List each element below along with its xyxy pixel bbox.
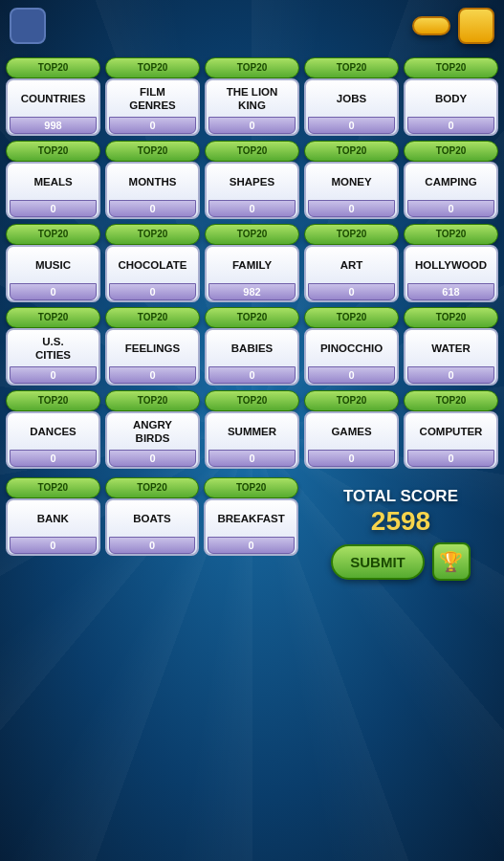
card-score: 0: [109, 200, 196, 217]
card-label: FEELINGS: [125, 336, 181, 363]
card-label: FILMGENRES: [129, 86, 176, 113]
top20-badge: TOP20: [304, 57, 399, 78]
top20-badge: TOP20: [6, 390, 100, 411]
card-body: COMPUTER 0: [404, 411, 498, 469]
cell-4-2[interactable]: TOP20 SUMMER 0: [205, 390, 299, 469]
card-score: 0: [208, 200, 296, 217]
trophy-icon: 🏆: [439, 550, 463, 573]
card-score: 0: [208, 537, 295, 554]
cell-2-2[interactable]: TOP20 FAMILY 982: [205, 224, 299, 302]
cell-0-4[interactable]: TOP20 BODY 0: [404, 57, 498, 136]
grid-row-1: TOP20 MEALS 0 TOP20 MONTHS 0 TOP20 SHAPE…: [6, 141, 498, 219]
card-body: HOLLYWOOD 618: [404, 245, 498, 302]
sound-button[interactable]: [458, 8, 494, 44]
submit-row: SUBMIT 🏆: [331, 542, 471, 581]
grid-row-0: TOP20 COUNTRIES 998 TOP20 FILMGENRES 0 T…: [6, 57, 498, 136]
cell-0-2[interactable]: TOP20 THE LIONKING 0: [205, 57, 299, 136]
card-label: ANGRYBIRDS: [133, 419, 172, 446]
cell-1-3[interactable]: TOP20 MONEY 0: [304, 141, 399, 219]
cell-2-0[interactable]: TOP20 MUSIC 0: [6, 224, 100, 302]
top20-badge: TOP20: [404, 390, 498, 411]
card-body: BANK 0: [6, 498, 100, 556]
top20-badge: TOP20: [105, 57, 200, 78]
card-score: 0: [208, 117, 296, 134]
cell-1-2[interactable]: TOP20 SHAPES 0: [205, 141, 299, 219]
cell-last-1[interactable]: TOP20 BOATS 0: [105, 477, 200, 556]
card-score: 0: [109, 450, 196, 467]
cell-3-1[interactable]: TOP20 FEELINGS 0: [105, 307, 200, 386]
cell-0-1[interactable]: TOP20 FILMGENRES 0: [105, 57, 200, 136]
top20-badge: TOP20: [6, 307, 100, 328]
card-label: WATER: [431, 336, 471, 363]
card-body: COUNTRIES 998: [6, 78, 100, 136]
card-body: FEELINGS 0: [105, 328, 200, 386]
card-score: 0: [10, 537, 97, 554]
card-label: ART: [340, 253, 363, 279]
top20-badge: TOP20: [204, 477, 298, 498]
card-label: MUSIC: [35, 253, 71, 279]
facebook-button[interactable]: [10, 8, 46, 44]
more-games-button[interactable]: [412, 16, 450, 35]
cell-3-4[interactable]: TOP20 WATER 0: [404, 307, 498, 386]
card-body: FAMILY 982: [205, 245, 299, 302]
card-score: 0: [407, 117, 494, 134]
card-score: 0: [208, 450, 296, 467]
cell-4-1[interactable]: TOP20 ANGRYBIRDS 0: [105, 390, 200, 469]
card-score: 0: [109, 366, 196, 384]
cell-1-1[interactable]: TOP20 MONTHS 0: [105, 141, 200, 219]
card-body: THE LIONKING 0: [205, 78, 299, 136]
grid-row-2: TOP20 MUSIC 0 TOP20 CHOCOLATE 0 TOP20 FA…: [6, 224, 498, 302]
card-score: 998: [10, 117, 97, 134]
card-body: MONEY 0: [304, 162, 399, 219]
card-score: 0: [109, 283, 196, 300]
card-label: COUNTRIES: [21, 86, 86, 113]
card-score: 0: [109, 117, 196, 134]
grid-row-last: TOP20 BANK 0 TOP20 BOATS 0 TOP20 BREAKFA…: [6, 477, 298, 556]
cell-3-0[interactable]: TOP20 U.S.CITIES 0: [6, 307, 100, 386]
card-body: WATER 0: [404, 328, 498, 386]
cell-2-3[interactable]: TOP20 ART 0: [304, 224, 399, 302]
card-body: ART 0: [304, 245, 399, 302]
top-bar: [0, 0, 504, 48]
top20-badge: TOP20: [404, 57, 498, 78]
cell-last-0[interactable]: TOP20 BANK 0: [6, 477, 100, 556]
cell-2-4[interactable]: TOP20 HOLLYWOOD 618: [404, 224, 498, 302]
top20-badge: TOP20: [205, 141, 299, 162]
card-body: BREAKFAST 0: [204, 498, 298, 556]
card-body: CAMPING 0: [404, 162, 498, 219]
bottom-section: TOP20 BANK 0 TOP20 BOATS 0 TOP20 BREAKFA…: [0, 474, 504, 581]
cell-4-4[interactable]: TOP20 COMPUTER 0: [404, 390, 498, 469]
cell-3-3[interactable]: TOP20 PINOCCHIO 0: [304, 307, 399, 386]
cell-4-3[interactable]: TOP20 GAMES 0: [304, 390, 399, 469]
top20-badge: TOP20: [304, 141, 399, 162]
card-score: 0: [308, 366, 395, 384]
card-label: JOBS: [337, 86, 366, 113]
card-body: FILMGENRES 0: [105, 78, 200, 136]
bottom-left: TOP20 BANK 0 TOP20 BOATS 0 TOP20 BREAKFA…: [6, 477, 298, 581]
card-score: 0: [10, 283, 97, 300]
card-score: 0: [407, 200, 494, 217]
submit-button[interactable]: SUBMIT: [331, 544, 425, 580]
card-label: BABIES: [231, 336, 273, 363]
top20-badge: TOP20: [404, 307, 498, 328]
card-label: COMPUTER: [420, 419, 483, 446]
trophy-button[interactable]: 🏆: [432, 542, 471, 581]
card-label: U.S.CITIES: [35, 336, 71, 363]
cell-4-0[interactable]: TOP20 DANCES 0: [6, 390, 100, 469]
cell-1-0[interactable]: TOP20 MEALS 0: [6, 141, 100, 219]
cell-1-4[interactable]: TOP20 CAMPING 0: [404, 141, 498, 219]
card-body: CHOCOLATE 0: [105, 245, 200, 302]
puzzle-grid: TOP20 COUNTRIES 998 TOP20 FILMGENRES 0 T…: [0, 57, 504, 469]
cell-3-2[interactable]: TOP20 BABIES 0: [205, 307, 299, 386]
cell-0-0[interactable]: TOP20 COUNTRIES 998: [6, 57, 100, 136]
cell-2-1[interactable]: TOP20 CHOCOLATE 0: [105, 224, 200, 302]
card-score: 0: [208, 366, 296, 384]
card-body: DANCES 0: [6, 411, 100, 469]
card-body: MUSIC 0: [6, 245, 100, 302]
top20-badge: TOP20: [304, 307, 399, 328]
cell-last-2[interactable]: TOP20 BREAKFAST 0: [204, 477, 298, 556]
top20-badge: TOP20: [205, 224, 299, 245]
card-body: MONTHS 0: [105, 162, 200, 219]
cell-0-3[interactable]: TOP20 JOBS 0: [304, 57, 399, 136]
card-score: 618: [407, 283, 494, 300]
